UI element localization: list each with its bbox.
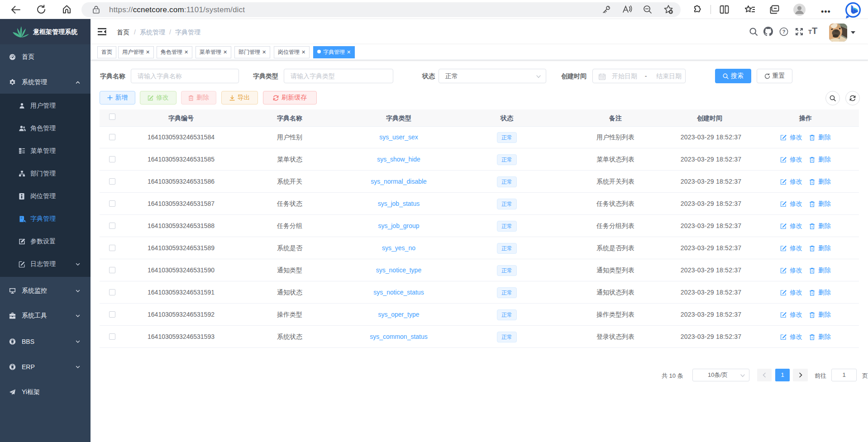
svg-text:?: ? xyxy=(782,29,786,34)
